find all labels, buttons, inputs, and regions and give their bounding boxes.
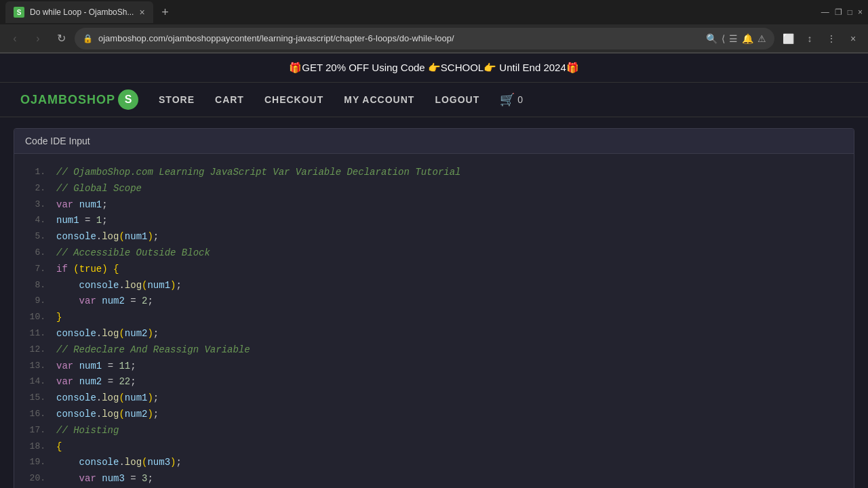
line-number: 15.	[25, 390, 45, 405]
ide-box: Code IDE Input 1. // OjamboShop.com Lear…	[14, 128, 854, 488]
tab-bar: S Do while Loop - OjamboSh... × + — ❐ □ …	[0, 0, 868, 24]
window-minimize-button[interactable]: —	[821, 7, 829, 17]
logo-icon: S	[118, 89, 138, 110]
code-line-1: 1. // OjamboShop.com Learning JavaScript…	[14, 165, 854, 181]
browser-chrome: S Do while Loop - OjamboSh... × + — ❐ □ …	[0, 0, 868, 54]
line-number: 11.	[25, 326, 45, 341]
new-tab-button[interactable]: +	[156, 3, 175, 22]
line-number: 8.	[25, 278, 45, 293]
code-content: var num3 = 3;	[56, 471, 153, 487]
nav-link-my-account[interactable]: MY ACCOUNT	[344, 94, 414, 105]
code-content: // Redeclare And Reassign Variable	[56, 342, 250, 359]
address-bar[interactable]: 🔒 ojamboshop.com/ojamboshoppaycontent/le…	[75, 28, 774, 49]
tab-favicon: S	[14, 7, 24, 18]
line-number: 13.	[25, 359, 45, 373]
code-line-17: 17. // Hoisting	[14, 423, 854, 439]
nav-link-logout[interactable]: LOGOUT	[435, 94, 479, 105]
code-line-5: 5. console.log(num1);	[14, 229, 854, 245]
code-line-7: 7. if (true) {	[14, 262, 854, 278]
code-line-15: 15. console.log(num1);	[14, 390, 854, 407]
reload-button[interactable]: ↻	[52, 29, 71, 48]
code-content: var num1;	[56, 197, 108, 214]
line-number: 9.	[25, 293, 45, 308]
window-close-button[interactable]: ×	[858, 7, 863, 17]
search-icon[interactable]: 🔍	[706, 33, 717, 44]
line-number: 14.	[25, 374, 45, 389]
line-number: 3.	[25, 197, 45, 212]
code-line-11: 11. console.log(num2);	[14, 326, 854, 342]
code-content: var num2 = 22;	[56, 374, 136, 390]
settings-icon[interactable]: ⋮	[822, 29, 841, 48]
line-number: 6.	[25, 245, 45, 260]
window-restore-button[interactable]: ❐	[835, 7, 842, 17]
code-content: console.log(num1);	[56, 229, 159, 245]
close-icon[interactable]: ×	[844, 29, 863, 48]
nav-link-store[interactable]: STORE	[159, 94, 195, 105]
code-line-20: 20. var num3 = 3;	[14, 471, 854, 487]
extension-icon[interactable]: ⚠	[757, 33, 766, 44]
code-line-19: 19. console.log(num3);	[14, 455, 854, 471]
line-number: 7.	[25, 262, 45, 277]
code-content: console.log(num2);	[56, 407, 159, 423]
address-bar-icons: 🔍 ⟨ ☰ 🔔 ⚠	[706, 33, 766, 44]
share-icon[interactable]: ⟨	[722, 33, 725, 44]
sync-icon[interactable]: ↕	[800, 29, 819, 48]
window-controls: — ❐ □ ×	[821, 7, 863, 17]
reader-icon[interactable]: ☰	[729, 33, 738, 44]
browser-nav-bar: ‹ › ↻ 🔒 ojamboshop.com/ojamboshoppaycont…	[0, 24, 868, 53]
code-line-16: 16. console.log(num2);	[14, 407, 854, 423]
site-logo[interactable]: OJAMBOSHOP S	[20, 89, 138, 110]
tab-close-button[interactable]: ×	[139, 7, 144, 18]
code-content: console.log(num1);	[56, 390, 159, 407]
tabs-icon[interactable]: ⬜	[778, 29, 797, 48]
url-display: ojamboshop.com/ojamboshoppaycontent/lear…	[98, 33, 701, 43]
code-content: console.log(num3);	[56, 455, 182, 471]
code-line-2: 2. // Global Scope	[14, 181, 854, 197]
code-line-13: 13. var num1 = 11;	[14, 359, 854, 375]
cart-icon-symbol: 🛒	[500, 92, 515, 107]
line-number: 2.	[25, 181, 45, 196]
ide-header: Code IDE Input	[14, 129, 854, 154]
cart-button[interactable]: 🛒 0	[500, 92, 523, 107]
promo-banner: 🎁GET 20% OFF Using Code 👉SCHOOL👉 Until E…	[0, 54, 868, 83]
cart-count: 0	[517, 94, 523, 105]
code-content: num1 = 1;	[56, 213, 108, 229]
code-content: {	[56, 439, 62, 455]
line-number: 5.	[25, 229, 45, 244]
nav-link-checkout[interactable]: CHECKOUT	[264, 94, 323, 105]
code-line-9: 9. var num2 = 2;	[14, 293, 854, 310]
line-number: 1.	[25, 165, 45, 180]
browser-tab[interactable]: S Do while Loop - OjamboSh... ×	[5, 1, 153, 23]
code-line-12: 12. // Redeclare And Reassign Variable	[14, 342, 854, 359]
code-line-4: 4. num1 = 1;	[14, 213, 854, 229]
promo-text: 🎁GET 20% OFF Using Code 👉SCHOOL👉 Until E…	[289, 62, 579, 73]
back-button[interactable]: ‹	[5, 29, 24, 48]
code-content: // Global Scope	[56, 181, 142, 197]
line-number: 18.	[25, 439, 45, 454]
code-line-14: 14. var num2 = 22;	[14, 374, 854, 390]
code-line-18: 18. {	[14, 439, 854, 455]
line-number: 12.	[25, 342, 45, 357]
ide-container: Code IDE Input 1. // OjamboShop.com Lear…	[0, 117, 868, 488]
code-line-8: 8. console.log(num1);	[14, 278, 854, 294]
code-line-3: 3. var num1;	[14, 197, 854, 214]
website-content: 🎁GET 20% OFF Using Code 👉SCHOOL👉 Until E…	[0, 54, 868, 488]
code-content: // Accessible Outside Block	[56, 245, 210, 262]
code-content: }	[56, 310, 62, 326]
line-number: 17.	[25, 423, 45, 438]
ide-title: Code IDE Input	[25, 136, 90, 146]
window-maximize-button[interactable]: □	[848, 7, 852, 17]
ssl-lock-icon: 🔒	[83, 34, 93, 43]
browser-nav-right: ⬜ ↕ ⋮ ×	[778, 29, 863, 48]
code-content: // OjamboShop.com Learning JavaScript Va…	[56, 165, 461, 181]
line-number: 10.	[25, 310, 45, 325]
notification-icon[interactable]: 🔔	[742, 33, 753, 44]
ide-body[interactable]: 1. // OjamboShop.com Learning JavaScript…	[14, 154, 854, 488]
logo-text: OJAMBOSHOP	[20, 93, 115, 107]
nav-link-cart[interactable]: CART	[215, 94, 244, 105]
forward-button[interactable]: ›	[28, 29, 47, 48]
code-content: var num1 = 11;	[56, 359, 136, 375]
tab-title: Do while Loop - OjamboSh...	[30, 7, 134, 17]
line-number: 4.	[25, 213, 45, 228]
line-number: 19.	[25, 455, 45, 470]
